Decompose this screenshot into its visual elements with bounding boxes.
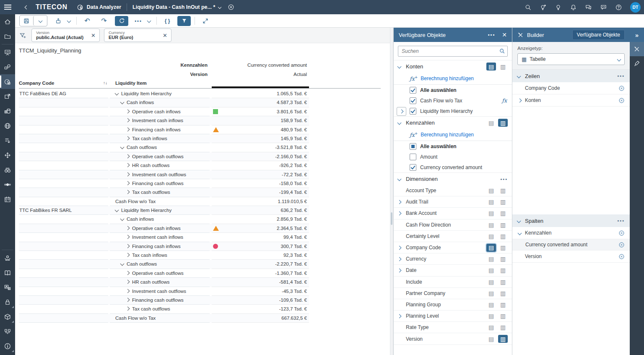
object-item[interactable]: Alle auswählen (394, 85, 512, 95)
dimension-cash-flow-direction[interactable]: Cash Flow Direction ▤▥ (394, 219, 512, 231)
value-cell[interactable]: 480,9 Tsd. € (212, 125, 309, 134)
filter-chip-version[interactable]: Version public.Actual (Actual) ✕ (31, 29, 100, 42)
object-item[interactable]: Alle auswählen (394, 141, 512, 151)
expand-chevron-icon[interactable] (120, 262, 125, 266)
show-in-rows-toggle[interactable]: ▤ (486, 300, 496, 308)
value-cell[interactable]: 1.065,5 Tsd. € (212, 89, 309, 98)
builder-item-konten[interactable]: Konten (512, 94, 630, 107)
value-cell[interactable]: 636,2 Tsd. € (212, 206, 309, 215)
liquidity-item-cell[interactable]: Investment cash outflows (110, 287, 210, 296)
dimension-partner-company[interactable]: Partner Company ▤▥ (394, 288, 512, 299)
show-in-rows-toggle[interactable]: ▤ (486, 244, 496, 252)
dimension-planning-group[interactable]: Planning Group ▤▥ (394, 299, 512, 311)
sidebar-item-translation[interactable] (0, 280, 15, 295)
value-cell[interactable]: -158,0 Tsd. € (212, 179, 309, 188)
liquidity-item-cell[interactable]: HR cash outflows (110, 278, 210, 287)
value-cell[interactable]: -199,4 Tsd. € (212, 188, 309, 197)
liquidity-item-cell[interactable]: Cash Flow w/o Tax (110, 314, 210, 323)
add-filter-icon[interactable] (19, 32, 26, 39)
panel-resize-splitter[interactable] (390, 28, 393, 355)
formula-bar-button[interactable]: { } (161, 16, 174, 26)
sidebar-item-share[interactable] (0, 89, 15, 104)
expand-icon[interactable] (397, 257, 402, 261)
column-header-liquidity-item[interactable]: Liquidity Item (115, 81, 147, 86)
ai-lamp-icon[interactable] (540, 4, 547, 11)
object-item[interactable]: Cash Flow w/o Tax ƒx (394, 95, 512, 106)
value-cell[interactable]: 300,7 Tsd. € (212, 242, 309, 251)
show-in-cols-toggle[interactable]: ▥ (498, 300, 508, 308)
show-in-cols-toggle[interactable]: ▥ (498, 63, 508, 70)
show-in-cols-toggle[interactable]: ▥ (498, 209, 508, 217)
liquidity-item-cell[interactable]: Operative cash inflows (110, 107, 210, 116)
expand-chevron-icon[interactable] (120, 217, 125, 221)
show-in-rows-toggle[interactable]: ▤ (486, 221, 496, 229)
sidebar-item-presentation[interactable] (0, 45, 15, 60)
save-button[interactable] (20, 16, 33, 26)
section-kennzahlen[interactable]: Kennzahlen ▤▥ (394, 116, 512, 129)
liquidity-item-cell[interactable]: HR cash outflows (110, 161, 210, 170)
show-in-cols-toggle[interactable]: ▥ (498, 266, 508, 274)
liquidity-item-cell[interactable]: Financing cash outflows (110, 179, 210, 188)
value-cell[interactable]: -2.220,7 Tsd. € (212, 260, 309, 269)
expand-icon[interactable] (397, 314, 402, 318)
show-in-cols-toggle[interactable]: ▥ (498, 289, 508, 297)
liquidity-item-cell[interactable]: Cash inflows (110, 215, 210, 224)
discussions-icon[interactable] (585, 4, 592, 11)
expand-chevron-icon[interactable] (120, 145, 125, 149)
expand-chevron-icon[interactable] (126, 271, 130, 275)
company-code-cell[interactable] (19, 152, 108, 161)
column-header-company-code[interactable]: Company Code (19, 81, 54, 86)
company-code-cell[interactable] (19, 278, 108, 287)
document-tab[interactable]: Liquidity Data - Cash InOut pe... * (132, 4, 221, 10)
liquidity-item-cell[interactable]: Tax cash outflows (110, 188, 210, 197)
section-spalten[interactable]: Spalten ••• (512, 214, 630, 227)
dimension-rate-type[interactable]: Rate Type ▤▥ (394, 322, 512, 333)
show-in-cols-toggle[interactable]: ▥ (498, 119, 508, 127)
value-cell[interactable]: -72,2 Tsd. € (212, 170, 309, 179)
show-in-rows-toggle[interactable]: ▤ (486, 187, 496, 195)
dimension-planning-level[interactable]: Planning Level ▤▥ (394, 311, 512, 322)
dimension-audit-trail[interactable]: Audit Trail ▤▥ (394, 196, 512, 208)
more-actions-button[interactable]: ••• (132, 16, 145, 26)
search-input[interactable] (398, 46, 508, 57)
company-code-cell[interactable] (19, 233, 108, 242)
lamp-icon[interactable] (555, 4, 562, 11)
builder-item-kennzahlen[interactable]: Kennzahlen (512, 227, 630, 239)
value-cell[interactable]: 2.364,5 Tsd. € (212, 224, 309, 233)
show-in-cols-toggle[interactable]: ▥ (498, 232, 508, 240)
dimension-account-type[interactable]: Account Type ▤▥ (394, 185, 512, 196)
show-in-rows-toggle[interactable]: ▤ (486, 209, 496, 217)
sidebar-item-catalog[interactable] (0, 265, 15, 280)
checkbox[interactable] (410, 108, 416, 115)
company-code-cell[interactable] (19, 242, 108, 251)
back-icon[interactable] (25, 4, 28, 10)
builder-tab-icon[interactable] (630, 42, 644, 56)
show-in-rows-toggle[interactable]: ▤ (486, 232, 496, 240)
filter-chip-currency[interactable]: Currency EUR (Euro) ✕ (104, 29, 171, 42)
dimension-currency[interactable]: Currency ▤▥ (394, 253, 512, 265)
section-more-icon[interactable]: ••• (617, 73, 625, 78)
liquidity-item-cell[interactable]: Cash outflows (110, 143, 210, 152)
show-in-cols-toggle[interactable]: ▥ (498, 221, 508, 229)
company-code-cell[interactable] (19, 134, 108, 143)
value-cell[interactable]: -581,4 Tsd. € (212, 278, 309, 287)
company-code-cell[interactable] (19, 287, 108, 296)
builder-item-currency-converted-amount[interactable]: Currency converted amount (512, 239, 630, 251)
user-avatar[interactable]: DT (630, 2, 641, 13)
display-type-select[interactable]: ▦ Tabelle (517, 53, 625, 65)
show-in-rows-toggle[interactable]: ▤ (486, 266, 496, 274)
liquidity-item-cell[interactable]: Cash outflows (110, 260, 210, 269)
sidebar-item-import[interactable] (0, 133, 15, 148)
filter-button[interactable] (177, 16, 191, 26)
sidebar-item-content-box[interactable] (0, 309, 15, 324)
checkbox[interactable] (410, 87, 416, 94)
expand-chevron-icon[interactable] (126, 289, 130, 293)
builder-item-company-code[interactable]: Company Code (512, 82, 630, 94)
expand-icon[interactable] (518, 98, 522, 102)
dimension-version[interactable]: Version ▤▥ (394, 333, 512, 345)
add-calculation-link[interactable]: ƒx+Berechnung hinzufügen (394, 73, 512, 84)
expand-icon[interactable] (397, 268, 402, 272)
sidebar-item-stories[interactable] (0, 60, 15, 74)
liquidity-item-cell[interactable]: Financing cash inflows (110, 242, 210, 251)
liquidity-item-cell[interactable]: Operative cash inflows (110, 224, 210, 233)
